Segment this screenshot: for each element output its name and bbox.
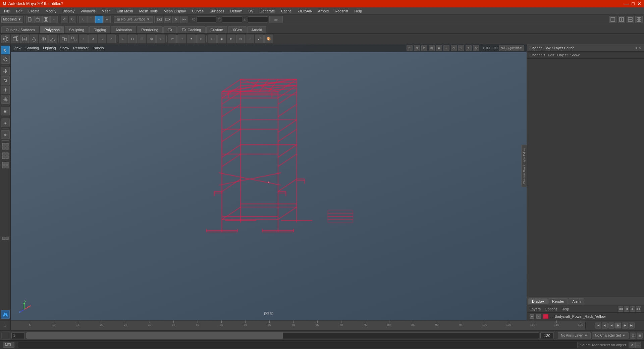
vp-smooth1[interactable]: 1 xyxy=(458,45,464,51)
help-menu-layers[interactable]: Help xyxy=(561,307,569,311)
panel-layout-2[interactable] xyxy=(618,16,625,23)
close-button[interactable]: ✕ xyxy=(637,1,641,6)
last-tool-left-btn[interactable]: ◈ xyxy=(1,118,10,127)
start-frame-input[interactable] xyxy=(11,332,25,339)
vp-menu-renderer[interactable]: Renderer xyxy=(73,46,89,50)
save-scene-options-button[interactable]: ▪ xyxy=(50,16,58,23)
cube-icon-btn[interactable] xyxy=(11,35,19,43)
plane-icon-btn[interactable] xyxy=(48,35,57,43)
vp-menu-shading[interactable]: Shading xyxy=(25,46,39,50)
status-btn1[interactable]: ⚙ xyxy=(629,342,635,348)
vp-smooth2[interactable]: 2 xyxy=(466,45,472,51)
paint-weights-icon-btn[interactable]: 🖌 xyxy=(255,35,264,43)
universal-left-btn[interactable] xyxy=(1,95,10,104)
menu-uv[interactable]: UV xyxy=(246,8,256,14)
paint-select-button[interactable]: ✦ xyxy=(95,16,103,23)
layer-anim-btn3[interactable]: ▶ xyxy=(630,306,635,312)
tab-fx[interactable]: FX xyxy=(163,26,177,33)
menu-display[interactable]: Display xyxy=(60,8,77,14)
transfer-attr-icon-btn[interactable]: → xyxy=(246,35,254,43)
render-seq-button[interactable] xyxy=(164,16,171,23)
vp-tool5[interactable]: ▣ xyxy=(436,45,442,51)
bridge-icon-btn[interactable]: ⊓ xyxy=(128,35,137,43)
workspace-dropdown[interactable]: Modeling ▼ xyxy=(1,16,23,23)
panel-layout-3[interactable] xyxy=(627,16,634,23)
sphere-icon-btn[interactable] xyxy=(1,35,10,43)
channel-box-expand-icon[interactable]: ◂ xyxy=(635,46,637,50)
undo-button[interactable]: ↺ xyxy=(61,16,68,23)
color-icon-btn[interactable]: 🎨 xyxy=(264,35,273,43)
maximize-button[interactable]: □ xyxy=(632,1,635,6)
minimize-button[interactable]: — xyxy=(625,1,629,6)
boolean-intersect-icon-btn[interactable]: ∩ xyxy=(107,35,116,43)
playback-opt1[interactable]: ⚙ xyxy=(630,333,636,339)
menu-deform[interactable]: Deform xyxy=(227,8,245,14)
move-tool-button[interactable]: ✛ xyxy=(103,16,111,23)
poke-icon-btn[interactable]: ✦ xyxy=(187,35,196,43)
tab-arnold-shelf[interactable]: Arnold xyxy=(247,26,267,33)
mirror-icon-btn[interactable]: ⇔ xyxy=(227,35,235,43)
extrude-icon-btn[interactable]: ⊏ xyxy=(119,35,127,43)
tool2-btn[interactable] xyxy=(1,151,10,160)
cb-tab-object[interactable]: Object xyxy=(557,53,568,57)
symmetry-icon-btn[interactable]: ⊜ xyxy=(236,35,245,43)
cb-tab-channels[interactable]: Channels xyxy=(530,53,545,57)
torus-icon-btn[interactable] xyxy=(39,35,48,43)
move-left-btn[interactable] xyxy=(1,67,10,76)
layer-anim-btn2[interactable]: ◀ xyxy=(624,306,629,312)
tab-sculpting[interactable]: Sculpting xyxy=(65,26,89,33)
hypershade-button[interactable] xyxy=(180,16,187,23)
play-forward-btn[interactable]: ▶ xyxy=(615,322,621,329)
cone-icon-btn[interactable] xyxy=(30,35,38,43)
menu-3dto-all[interactable]: -3DtoAll- xyxy=(295,8,315,14)
soft-select-icon-btn[interactable]: ◉ xyxy=(217,35,226,43)
wedge-icon-btn[interactable]: ◁ xyxy=(156,35,165,43)
tab-rigging[interactable]: Rigging xyxy=(89,26,110,33)
menu-mesh-display[interactable]: Mesh Display xyxy=(161,8,189,14)
boolean-diff-icon-btn[interactable]: ∖ xyxy=(98,35,106,43)
anim-layer-dropdown[interactable]: No Anim Layer ▼ xyxy=(558,332,591,339)
timeline-ruler[interactable]: 5101520253035404550556065707580859095100… xyxy=(11,320,585,330)
display-tab-render[interactable]: Render xyxy=(548,298,568,304)
cb-tab-show[interactable]: Show xyxy=(570,53,580,57)
select-tool-left-btn[interactable] xyxy=(1,46,10,54)
play-back-btn[interactable]: ◀ xyxy=(608,322,614,329)
tab-fx-caching[interactable]: FX Caching xyxy=(177,26,205,33)
menu-redshift[interactable]: Redshift xyxy=(332,8,351,14)
vp-menu-panels[interactable]: Panels xyxy=(93,46,104,50)
rotate-left-btn[interactable] xyxy=(1,76,10,85)
menu-help[interactable]: Help xyxy=(352,8,365,14)
menu-file[interactable]: File xyxy=(1,8,13,14)
transform-options-button[interactable]: ▬ xyxy=(269,16,283,23)
options-menu[interactable]: Options xyxy=(545,307,557,311)
menu-curves[interactable]: Curves xyxy=(189,8,206,14)
open-scene-button[interactable] xyxy=(34,16,42,23)
menu-windows[interactable]: Windows xyxy=(78,8,98,14)
char-set-dropdown[interactable]: No Character Set ▼ xyxy=(592,332,629,339)
step-forward-btn[interactable]: |▶ xyxy=(622,322,628,329)
menu-mesh[interactable]: Mesh xyxy=(99,8,113,14)
tool1-btn[interactable] xyxy=(1,142,10,151)
cylinder-icon-btn[interactable] xyxy=(20,35,29,43)
status-btn2[interactable]: ? xyxy=(635,342,641,348)
live-surface-button[interactable]: No Live Surface ▼ xyxy=(114,16,153,23)
layer-p-btn[interactable]: P xyxy=(536,314,541,319)
window-controls[interactable]: — □ ✕ xyxy=(625,1,641,6)
menu-surfaces[interactable]: Surfaces xyxy=(207,8,227,14)
playback-opt2[interactable]: ⊞ xyxy=(637,333,643,339)
boolean-union-icon-btn[interactable]: ∪ xyxy=(88,35,97,43)
vp-tool1[interactable]: □ xyxy=(407,45,413,51)
vp-smooth3[interactable]: 3 xyxy=(473,45,479,51)
append-polygon-icon-btn[interactable]: ⊞ xyxy=(138,35,146,43)
tool4-btn[interactable] xyxy=(1,236,10,244)
lasso-select-button[interactable]: ⌒ xyxy=(87,16,95,23)
display-tab-anim[interactable]: Anim xyxy=(569,298,584,304)
viewport[interactable]: View Shading Lighting Show Renderer Pane… xyxy=(11,44,527,320)
vp-menu-show[interactable]: Show xyxy=(60,46,69,50)
range-bar[interactable] xyxy=(26,332,539,339)
mel-badge[interactable]: MEL xyxy=(3,342,14,348)
menu-create[interactable]: Create xyxy=(26,8,42,14)
tab-xgen[interactable]: XGen xyxy=(228,26,246,33)
selection-constraints-icon-btn[interactable]: □ xyxy=(208,35,217,43)
vp-menu-lighting[interactable]: Lighting xyxy=(43,46,56,50)
